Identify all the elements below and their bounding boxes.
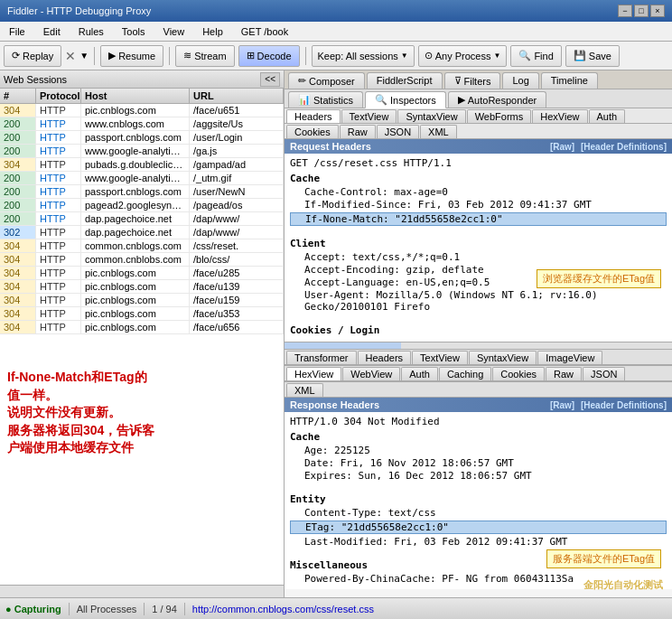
tab-log[interactable]: Log xyxy=(502,72,538,89)
subtab-cookies[interactable]: Cookies xyxy=(286,125,339,138)
subtab-auth[interactable]: Auth xyxy=(589,109,626,123)
transformer-tab-bar-3: XML xyxy=(285,381,672,398)
trans-tab-xml[interactable]: XML xyxy=(286,383,323,397)
menu-tools[interactable]: Tools xyxy=(117,25,151,38)
stream-button[interactable]: ≋ Stream xyxy=(175,45,234,67)
tab-fiddlerscript[interactable]: FiddlerScript xyxy=(367,72,443,89)
process-dropdown[interactable]: ⊙ Any Process ▼ xyxy=(418,45,508,67)
keep-sessions-dropdown[interactable]: Keep: All sessions ▼ xyxy=(312,45,415,67)
trans-tab-auth[interactable]: Auth xyxy=(401,367,438,380)
misc-title: Miscellaneous xyxy=(290,559,667,571)
protocol-cell: HTTP xyxy=(36,226,81,239)
table-row[interactable]: 200HTTPdap.pagechoice.net/dap/www/ xyxy=(0,212,284,226)
header-defs-link[interactable]: [Header Definitions] xyxy=(581,142,667,152)
table-row[interactable]: 304HTTPpubads.g.doubleclick.net/gampad/a… xyxy=(0,158,284,172)
subtab-textview[interactable]: TextView xyxy=(341,109,397,123)
menu-rules[interactable]: Rules xyxy=(73,25,109,38)
separator-1 xyxy=(94,47,95,65)
tab-inspectors[interactable]: 🔍 Inspectors xyxy=(365,91,446,108)
trans-tab-transformer[interactable]: Transformer xyxy=(286,351,357,364)
table-row[interactable]: 304HTTPcommon.cnblogs.com/css/reset. xyxy=(0,239,284,253)
result-cell: 302 xyxy=(0,226,36,239)
trans-tab-webview[interactable]: WebView xyxy=(342,367,400,380)
tab-autoresponder[interactable]: ▶ AutoResponder xyxy=(448,91,546,108)
table-row[interactable]: 304HTTPpic.cnblogs.com/face/u139 xyxy=(0,280,284,294)
host-cell: pic.cnblogs.com xyxy=(81,294,190,306)
save-button[interactable]: 💾 Save xyxy=(565,45,620,67)
table-row[interactable]: 200HTTPwww.cnblogs.com/aggsite/Us xyxy=(0,117,284,131)
table-row[interactable]: 304HTTPpic.cnblogs.com/face/u159 xyxy=(0,294,284,307)
table-row[interactable]: 200HTTPpassport.cnblogs.com/user/Login xyxy=(0,131,284,145)
table-row[interactable]: 302HTTPdap.pagechoice.net/dap/www/ xyxy=(0,226,284,239)
tab-statistics[interactable]: 📊 Statistics xyxy=(288,91,363,108)
trans-tab-hexview[interactable]: HexView xyxy=(286,367,341,380)
table-row[interactable]: 304HTTPpic.cnblogs.com/face/u651 xyxy=(0,104,284,117)
status-sep-2 xyxy=(144,603,145,615)
table-row[interactable]: 200HTTPwww.google-analytics.com/ga.js xyxy=(0,145,284,158)
trans-tab-raw[interactable]: Raw xyxy=(546,367,582,380)
subtab-headers[interactable]: Headers xyxy=(286,109,341,123)
trans-tab-syntaxview[interactable]: SyntaxView xyxy=(469,351,537,364)
resp-raw-link[interactable]: [Raw] xyxy=(550,400,574,410)
tab-filters[interactable]: ⊽ Filters xyxy=(444,72,501,89)
collapse-button[interactable]: << xyxy=(260,72,280,87)
result-cell: 304 xyxy=(0,280,36,293)
result-cell: 200 xyxy=(0,117,36,130)
maximize-button[interactable]: □ xyxy=(634,5,649,17)
url-cell: /face/u159 xyxy=(190,294,284,306)
host-cell: pic.cnblogs.com xyxy=(81,104,190,117)
trans-tab-cookies[interactable]: Cookies xyxy=(492,367,545,380)
separator-3 xyxy=(305,47,306,65)
host-cell: pagead2.googlesyndic... xyxy=(81,199,190,211)
menu-view[interactable]: View xyxy=(158,25,191,38)
keep-label: Keep: All sessions xyxy=(318,51,398,61)
close-button[interactable]: × xyxy=(650,5,665,17)
find-button[interactable]: 🔍 Find xyxy=(510,45,561,67)
table-row[interactable]: 304HTTPpic.cnblogs.com/face/u353 xyxy=(0,307,284,321)
table-row[interactable]: 200HTTPpassport.cnblogs.com/user/NewN xyxy=(0,185,284,199)
subtab-hexview[interactable]: HexView xyxy=(532,109,587,123)
protocol-cell: HTTP xyxy=(36,321,81,333)
protocol-cell: HTTP xyxy=(36,280,81,293)
scroll-indicator[interactable] xyxy=(285,342,672,349)
host-cell: dap.pagechoice.net xyxy=(81,226,190,239)
transformer-tab-bar: Transformer Headers TextView SyntaxView … xyxy=(285,349,672,365)
resume-button[interactable]: ▶ Resume xyxy=(100,45,163,67)
menu-edit[interactable]: Edit xyxy=(38,25,66,38)
trans-tab-json[interactable]: JSON xyxy=(583,367,625,380)
table-row[interactable]: 200HTTPpagead2.googlesyndic.../pagead/os xyxy=(0,199,284,212)
decode-button[interactable]: ⊞ Decode xyxy=(238,45,300,67)
tab-composer[interactable]: ✏ Composer xyxy=(288,72,365,89)
trans-tab-headers[interactable]: Headers xyxy=(358,351,412,364)
inspectors-label: Inspectors xyxy=(390,95,436,106)
menu-get-book[interactable]: GET /book xyxy=(236,25,294,38)
protocol-cell: HTTP xyxy=(36,158,81,171)
subtab-webforms[interactable]: WebForms xyxy=(467,109,532,123)
table-row[interactable]: 304HTTPcommon.cnblobs.com/blo/css/ xyxy=(0,253,284,267)
url-cell: /dap/www/ xyxy=(190,226,284,239)
subtab-syntaxview[interactable]: SyntaxView xyxy=(397,109,465,123)
entity-title: Entity xyxy=(290,493,667,505)
subtab-raw[interactable]: Raw xyxy=(340,125,376,138)
table-row[interactable]: 304HTTPpic.cnblogs.com/face/u656 xyxy=(0,321,284,334)
menu-help[interactable]: Help xyxy=(197,25,229,38)
table-row[interactable]: 304HTTPpic.cnblogs.com/face/u285 xyxy=(0,267,284,280)
trans-tab-imageview[interactable]: ImageView xyxy=(537,351,602,364)
horizontal-scrollbar[interactable] xyxy=(0,585,284,597)
tab-timeline[interactable]: Timeline xyxy=(541,72,598,89)
subtab-json[interactable]: JSON xyxy=(377,125,419,138)
raw-link[interactable]: [Raw] xyxy=(550,142,574,152)
protocol-cell: HTTP xyxy=(36,104,81,117)
trans-tab-textview[interactable]: TextView xyxy=(412,351,468,364)
session-table[interactable]: # Protocol Host URL 304HTTPpic.cnblogs.c… xyxy=(0,89,284,585)
replay-button[interactable]: ⟳ Replay xyxy=(4,45,61,67)
result-cell: 304 xyxy=(0,321,36,333)
table-row[interactable]: 200HTTPwww.google-analytics.com/_utm.gif xyxy=(0,172,284,185)
resp-header-defs-link[interactable]: [Header Definitions] xyxy=(581,400,667,410)
minimize-button[interactable]: − xyxy=(618,5,632,17)
host-cell: www.google-analytics.com xyxy=(81,145,190,157)
url-cell: /face/u353 xyxy=(190,307,284,320)
subtab-xml[interactable]: XML xyxy=(420,125,457,138)
menu-file[interactable]: File xyxy=(4,25,31,38)
trans-tab-caching[interactable]: Caching xyxy=(439,367,491,380)
